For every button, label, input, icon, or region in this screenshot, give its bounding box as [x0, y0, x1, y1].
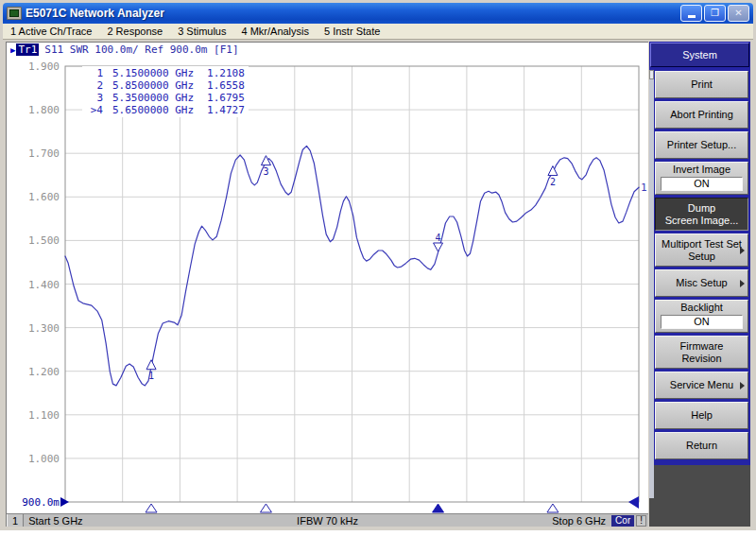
- stop-frequency-label: Stop 6 GHz: [552, 515, 606, 527]
- close-icon: ✕: [734, 9, 742, 18]
- softkey-label: Return: [686, 440, 717, 452]
- marker-number: 3: [86, 92, 103, 104]
- softkey-service-menu[interactable]: Service Menu: [655, 372, 748, 399]
- window-title: E5071C Network Analyzer: [26, 7, 680, 20]
- window-controls: ❐ ✕: [680, 5, 749, 22]
- start-frequency-label: Start 5 GHz: [24, 515, 82, 527]
- y-axis-tick-label: 1.400: [28, 279, 60, 291]
- y-axis-tick-label: 1.600: [28, 191, 60, 203]
- stop-edge-indicator-icon: [628, 496, 639, 509]
- stimulus-marker-icon: [260, 504, 271, 512]
- softkey-abort-printing[interactable]: Abort Printing: [655, 101, 748, 129]
- app-window: E5071C Network Analyzer ❐ ✕ 1 Active Ch/…: [0, 0, 756, 530]
- marker-number: 2: [550, 177, 556, 187]
- softkey-invert-image[interactable]: Invert ImageON: [655, 162, 748, 195]
- channel-indicator: 1: [7, 514, 24, 527]
- softkey-scrollbar[interactable]: [649, 70, 654, 498]
- softkey-system[interactable]: System: [650, 43, 749, 67]
- restore-icon: ❐: [711, 9, 719, 18]
- softkey-firmware-revision[interactable]: FirmwareRevision: [655, 336, 748, 369]
- marker-value: 1.6558: [207, 79, 245, 92]
- softkey-label-line2: Screen Image...: [665, 215, 739, 227]
- active-marker-number: 4: [436, 233, 441, 243]
- marker-row-2: 25.8500000 GHz1.6558: [86, 79, 245, 92]
- close-button[interactable]: ✕: [728, 5, 749, 22]
- minimize-icon: [688, 15, 696, 18]
- app-icon: [7, 7, 22, 20]
- active-marker-icon: [434, 243, 443, 251]
- marker-icon: [261, 156, 270, 165]
- instrument-display: ▶ Tr1 S11 SWR 100.0m/ Ref 900.0m [F1] 1.…: [6, 42, 648, 527]
- softkey-label: Misc Setup: [676, 277, 727, 289]
- restore-button[interactable]: ❐: [704, 5, 726, 22]
- trace-format-label: S11 SWR 100.0m/ Ref 900.0m [F1]: [44, 43, 238, 56]
- softkey-label: System: [682, 49, 717, 61]
- submenu-arrow-icon: [740, 382, 745, 389]
- softkey-dump-screen-image[interactable]: DumpScreen Image...: [655, 198, 748, 231]
- marker-number: 3: [263, 166, 268, 177]
- menu-item-4-mkr-analysis[interactable]: 4 Mkr/Analysis: [233, 25, 317, 38]
- y-axis-tick-label: 1.000: [28, 453, 60, 465]
- marker-row-4: >45.6500000 GHz1.4727: [86, 104, 245, 116]
- softkey-print[interactable]: Print: [655, 71, 748, 98]
- trace-end-number: 1: [641, 182, 647, 194]
- minimize-button[interactable]: [680, 5, 702, 22]
- softkey-label: Printer Setup...: [667, 139, 736, 151]
- marker-icon: [146, 360, 156, 370]
- marker-value: 1.4727: [207, 104, 245, 116]
- marker-number: 2: [86, 79, 103, 92]
- softkey-value: ON: [661, 177, 743, 191]
- softkey-label: Service Menu: [670, 379, 733, 391]
- y-axis-tick-label: 1.200: [28, 366, 60, 378]
- ifbw-label: IFBW 70 kHz: [297, 515, 358, 527]
- menu-item-2-response[interactable]: 2 Response: [99, 25, 170, 38]
- y-axis-tick-label: 1.800: [28, 104, 60, 116]
- softkey-label: Firmware: [680, 340, 724, 353]
- menu-item-5-instr-state[interactable]: 5 Instr State: [317, 25, 387, 38]
- menu-item-3-stimulus[interactable]: 3 Stimulus: [170, 25, 233, 38]
- softkey-help[interactable]: Help: [655, 402, 748, 429]
- stimulus-marker-icon: [146, 504, 157, 512]
- softkey-backlight[interactable]: BacklightON: [655, 300, 748, 333]
- y-axis-tick-label: 1.100: [28, 409, 60, 422]
- softkey-scrollbar-thumb[interactable]: [649, 70, 654, 79]
- submenu-arrow-icon: [740, 280, 745, 287]
- softkey-return[interactable]: Return: [655, 432, 748, 459]
- softkey-panel: SystemPrintAbort PrintingPrinter Setup..…: [649, 42, 750, 527]
- softkey-label-line2: Setup: [688, 251, 715, 263]
- swr-plot: 1.9001.8001.7001.6001.5001.4001.3001.200…: [7, 58, 649, 515]
- marker-frequency: 5.8500000 GHz: [112, 79, 194, 92]
- menu-item-1-active-ch-trace[interactable]: 1 Active Ch/Trace: [3, 25, 99, 38]
- y-axis-tick-label: 1.500: [28, 234, 60, 247]
- softkey-label-line2: Revision: [681, 353, 721, 365]
- marker-frequency: 5.1500000 GHz: [112, 67, 194, 79]
- marker-value: 1.2108: [207, 67, 245, 79]
- y-axis-tick-label: 1.700: [28, 147, 60, 160]
- marker-number: 1: [86, 67, 103, 79]
- marker-readout-table: 15.1500000 GHz1.210825.8500000 GHz1.6558…: [82, 66, 249, 117]
- status-bar: 1 Start 5 GHz IFBW 70 kHz Stop 6 GHz Cor…: [7, 513, 648, 527]
- softkey-label: Help: [691, 409, 713, 422]
- menu-bar: 1 Active Ch/Trace2 Response3 Stimulus4 M…: [3, 24, 753, 40]
- stimulus-marker-icon: [547, 504, 558, 512]
- softkey-label: Backlight: [680, 302, 723, 314]
- marker-value: 1.6795: [207, 92, 245, 104]
- correction-badge: Cor: [611, 515, 634, 527]
- y-axis-tick-label: 1.300: [28, 322, 60, 335]
- reference-level-label: 900.0m: [22, 496, 60, 509]
- trace-badge[interactable]: Tr1: [16, 43, 39, 56]
- alert-indicator: !: [636, 515, 646, 527]
- softkey-printer-setup[interactable]: Printer Setup...: [655, 131, 748, 159]
- softkey-value: ON: [661, 315, 743, 329]
- marker-number: >4: [86, 104, 103, 116]
- softkey-misc-setup[interactable]: Misc Setup: [655, 269, 748, 297]
- softkey-label: Multiport Test Set: [662, 238, 742, 251]
- softkey-label: Print: [691, 78, 713, 91]
- stimulus-marker-active-icon: [433, 504, 444, 512]
- marker-icon: [548, 166, 558, 176]
- softkey-label: Dump: [688, 202, 715, 215]
- softkey-label: Abort Printing: [670, 109, 733, 121]
- marker-row-3: 35.3500000 GHz1.6795: [86, 92, 245, 104]
- title-bar: E5071C Network Analyzer ❐ ✕: [3, 3, 753, 24]
- softkey-multiport-test-set-setup[interactable]: Multiport Test SetSetup: [655, 233, 748, 267]
